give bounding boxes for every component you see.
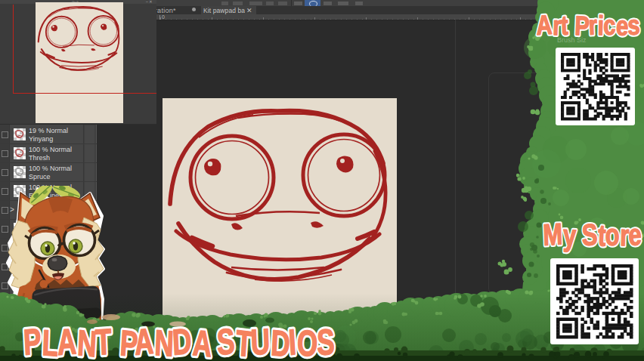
svg-text:Art Prices: Art Prices xyxy=(535,9,640,42)
svg-text:My Store: My Store xyxy=(542,218,642,252)
svg-text:PLANT PANDA STUDIOS: PLANT PANDA STUDIOS xyxy=(22,321,335,361)
